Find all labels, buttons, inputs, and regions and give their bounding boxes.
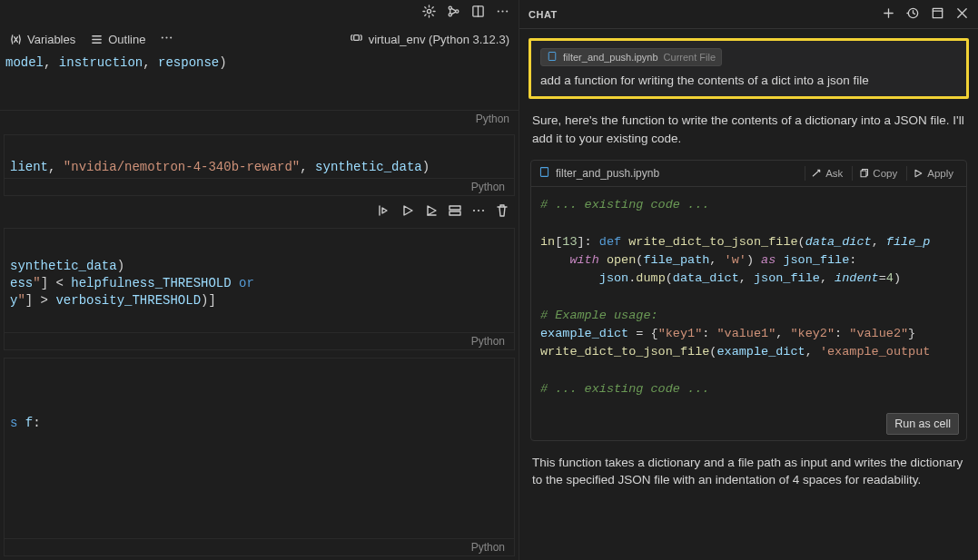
run-as-cell-button[interactable]: Run as cell [886,413,959,435]
svg-point-7 [506,10,508,12]
message-actions [519,502,978,530]
execute-above-icon[interactable] [424,203,439,221]
cell-lang: Python [5,332,514,349]
svg-point-0 [427,9,430,13]
context-scope: Current File [664,52,716,63]
file-icon [538,166,550,181]
assistant-outro: This function takes a dictionary and a f… [519,441,978,502]
cell-code[interactable]: s f: [5,413,514,434]
svg-rect-11 [353,35,359,41]
run-by-line-icon[interactable] [377,203,391,221]
svg-point-6 [501,10,503,12]
cell-lang: Python [5,538,514,555]
code-card-footer: Run as cell [531,408,966,440]
editor-pane: Variables Outline virtual_env (Python 3.… [0,0,519,560]
history-icon[interactable] [906,6,920,23]
svg-point-10 [171,36,173,38]
assistant-intro: Sure, here's the function to write the c… [519,99,978,160]
variables-icon[interactable]: Variables [9,33,75,46]
gear-icon[interactable] [422,5,436,21]
file-icon [547,51,558,64]
split-editor-icon[interactable] [471,5,485,21]
cell-1: model, instruction, response) Python [0,53,519,127]
svg-rect-20 [540,168,548,177]
code-card-header: filter_and_push.ipynb Ask Copy Apply [531,161,966,187]
execute-cell-icon[interactable] [400,203,415,221]
cell-2: lient, "nvidia/nemotron-4-340b-reward", … [4,134,515,196]
svg-rect-21 [861,171,866,177]
chat-pane: CHAT filter_and_push.ipynb Current File … [519,0,978,560]
code-card: filter_and_push.ipynb Ask Copy Apply # .… [530,160,967,441]
svg-point-9 [166,36,168,38]
delete-cell-icon[interactable] [495,203,509,221]
expand-icon[interactable] [931,6,944,23]
svg-point-16 [482,210,484,211]
svg-rect-19 [548,53,556,61]
svg-rect-12 [449,206,460,210]
apply-button[interactable]: Apply [906,166,959,181]
kernel-label[interactable]: virtual_env (Python 3.12.3) [369,33,509,46]
code-block[interactable]: # ... existing code ... in[13]: def writ… [531,187,966,408]
svg-point-3 [456,10,459,13]
svg-point-14 [473,210,475,211]
variables-label: Variables [27,33,75,46]
outline-icon[interactable]: Outline [90,33,145,46]
copy-button[interactable]: Copy [852,166,903,181]
context-file: filter_and_push.ipynb [563,52,658,63]
svg-point-8 [162,36,163,38]
more-icon[interactable] [160,31,173,47]
chat-title: CHAT [529,9,558,20]
outline-label: Outline [108,33,145,46]
cell-code[interactable]: synthetic_data) ess"] < helpfulness_THRE… [5,256,514,311]
cell-lang: Python [5,178,514,195]
svg-point-15 [478,210,479,211]
context-chip[interactable]: filter_and_push.ipynb Current File [540,48,722,66]
cell-lang: Python [0,110,519,127]
notebook-toolbar: Variables Outline virtual_env (Python 3.… [0,25,519,53]
cell-4: s f: Python [4,358,515,556]
cell-toolbar [0,200,519,224]
ask-button[interactable]: Ask [805,166,848,181]
chat-header: CHAT [519,0,978,29]
editor-title-actions [0,0,519,25]
user-message: filter_and_push.ipynb Current File add a… [529,38,969,99]
code-file: filter_and_push.ipynb [556,167,659,180]
user-prompt: add a function for writing the contents … [540,74,957,87]
more-icon[interactable] [496,5,509,21]
svg-point-5 [498,10,499,12]
cell-3: synthetic_data) ess"] < helpfulness_THRE… [4,228,515,351]
svg-rect-18 [933,8,942,17]
more-icon[interactable] [471,203,486,221]
close-icon[interactable] [955,6,969,23]
cell-code[interactable]: lient, "nvidia/nemotron-4-340b-reward", … [5,157,514,178]
kernel-icon[interactable] [350,31,363,47]
svg-rect-13 [449,211,460,215]
source-control-icon[interactable] [447,5,460,21]
new-chat-icon[interactable] [882,6,895,23]
cell-code[interactable]: model, instruction, response) [0,53,519,74]
split-cell-icon[interactable] [448,203,462,221]
